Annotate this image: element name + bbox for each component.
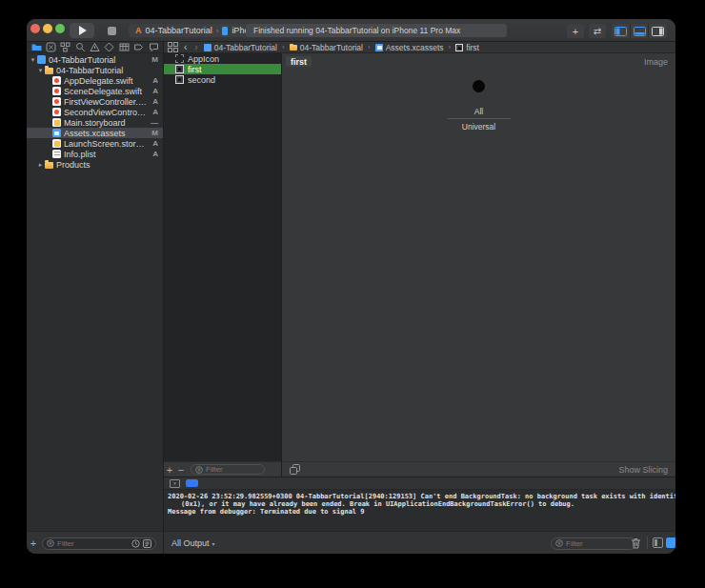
plist-file-icon xyxy=(52,150,61,158)
breadcrumb-imageset[interactable]: first xyxy=(455,43,479,52)
tree-row-file[interactable]: SceneDelegate.swift A xyxy=(27,86,163,96)
library-button[interactable]: + xyxy=(567,24,584,38)
swift-file-icon xyxy=(52,108,61,116)
tree-row-file-selected[interactable]: Assets.xcassets M xyxy=(27,128,163,138)
asset-item-first-selected[interactable]: first xyxy=(164,64,281,74)
console-bottom-bar: All Output ▾ Filter xyxy=(164,532,675,554)
disclosure-triangle-icon[interactable]: ▾ xyxy=(36,67,45,74)
file-label: 04-TabbarTutorial xyxy=(56,66,147,75)
filter-placeholder: Filter xyxy=(206,465,223,474)
console-filter-icon[interactable]: ▾ xyxy=(170,479,180,488)
console-line: Message from debugger: Terminated due to… xyxy=(168,508,675,516)
navigator-filter-field[interactable]: Filter xyxy=(42,537,156,550)
plus-icon: + xyxy=(573,26,578,37)
asset-detail-editor: first Image All Universal Show Slicing xyxy=(282,53,675,476)
tree-row-file[interactable]: FirstViewController.swift A xyxy=(27,96,163,107)
tree-row-file[interactable]: AppDelegate.swift A xyxy=(27,75,163,86)
tree-row-group[interactable]: ▸ Products xyxy=(27,159,163,170)
recents-clock-icon[interactable] xyxy=(131,539,140,548)
tree-row-file[interactable]: LaunchScreen.storyboard A xyxy=(27,138,163,149)
tab-project-navigator[interactable] xyxy=(30,42,43,52)
scm-status-badge: — xyxy=(147,118,158,127)
output-scope-selector[interactable]: All Output ▾ xyxy=(171,538,215,548)
tree-row-file[interactable]: SecondViewController.swift A xyxy=(27,107,163,117)
tab-breakpoints[interactable] xyxy=(132,42,146,52)
tree-row-project[interactable]: ▾ 04-TabbarTutorial M xyxy=(27,54,163,65)
chevron-right-icon: › xyxy=(216,27,219,35)
console-output[interactable]: 2020-02-26 23:52:29.982559+0300 04-Tabba… xyxy=(164,490,675,516)
folder-icon xyxy=(45,162,53,169)
toggle-console-view-button[interactable] xyxy=(666,537,675,548)
image-set-icon xyxy=(175,65,184,73)
zoom-window-button[interactable] xyxy=(55,24,65,33)
clear-console-trash-icon[interactable] xyxy=(631,537,641,549)
toggle-inspector-button[interactable] xyxy=(648,24,667,38)
disclosure-triangle-icon[interactable]: ▾ xyxy=(29,56,37,64)
divider xyxy=(647,537,648,549)
add-asset-button[interactable]: + xyxy=(164,464,175,476)
tab-issues[interactable] xyxy=(89,42,102,52)
editor-mode-button[interactable]: ⇄ xyxy=(589,24,606,38)
run-button[interactable] xyxy=(70,23,94,38)
folder-icon xyxy=(31,42,42,52)
tab-symbols[interactable] xyxy=(59,42,72,52)
remove-asset-button[interactable]: − xyxy=(175,464,187,476)
asset-item-appicon[interactable]: AppIcon xyxy=(164,53,281,64)
file-label: SceneDelegate.swift xyxy=(64,87,147,96)
scm-status-badge: M xyxy=(147,129,158,137)
warning-triangle-icon xyxy=(90,42,100,52)
show-slicing-button[interactable]: Show Slicing xyxy=(618,465,668,475)
copy-icon[interactable] xyxy=(290,464,300,475)
tab-find[interactable] xyxy=(73,42,87,52)
disclosure-triangle-icon[interactable]: ▸ xyxy=(36,161,45,169)
console-filter-field[interactable]: Filter xyxy=(551,537,636,550)
toggle-debug-area-button[interactable] xyxy=(630,24,649,38)
asset-filter-field[interactable]: Filter xyxy=(191,464,265,475)
toggle-navigator-button[interactable] xyxy=(612,24,630,38)
folder-icon xyxy=(45,68,53,74)
back-button[interactable]: ‹ xyxy=(182,43,189,52)
scm-status-badge: M xyxy=(147,55,158,64)
asset-item-second[interactable]: second xyxy=(164,74,281,85)
jump-bar: ‹ › 04-TabbarTutorial › 04-TabbarTutoria… xyxy=(164,42,675,53)
tab-debug[interactable] xyxy=(117,42,131,52)
scm-changes-icon[interactable] xyxy=(143,539,151,548)
xcode-window: A 04-TabbarTutorial › iPhone 11 Pro Max … xyxy=(27,19,675,554)
asset-catalog-list: AppIcon first second + − Filter xyxy=(164,53,282,476)
file-label: Info.plist xyxy=(64,150,147,159)
tree-row-file[interactable]: Info.plist A xyxy=(27,149,163,159)
tab-tests[interactable] xyxy=(103,42,116,52)
close-window-button[interactable] xyxy=(30,24,40,33)
breadcrumb-project[interactable]: 04-TabbarTutorial xyxy=(204,43,277,52)
diamond-icon xyxy=(104,42,114,52)
file-label: FirstViewController.swift xyxy=(64,97,147,107)
symbols-icon xyxy=(60,42,70,52)
forward-button[interactable]: › xyxy=(192,43,199,52)
swift-file-icon xyxy=(52,87,61,95)
chevron-right-icon: › xyxy=(448,43,453,51)
related-items-icon[interactable] xyxy=(168,42,178,52)
image-well[interactable] xyxy=(473,80,485,92)
file-label: SecondViewController.swift xyxy=(64,108,147,117)
breadcrumb-label: first xyxy=(466,43,479,52)
tab-source-control[interactable] xyxy=(44,42,57,52)
scm-status-badge: A xyxy=(147,150,158,158)
tree-row-file[interactable]: Main.storyboard — xyxy=(27,117,163,128)
stop-button[interactable] xyxy=(100,23,123,38)
add-file-button[interactable]: + xyxy=(27,537,40,549)
file-label: LaunchScreen.storyboard xyxy=(64,139,147,149)
running-process-indicator[interactable] xyxy=(186,479,198,487)
minimize-window-button[interactable] xyxy=(43,24,52,33)
tree-row-group[interactable]: ▾ 04-TabbarTutorial xyxy=(27,65,163,75)
breadcrumb-group[interactable]: 04-TabbarTutorial xyxy=(290,43,363,52)
file-label: Assets.xcassets xyxy=(64,129,147,138)
tab-reports[interactable] xyxy=(147,42,160,52)
divider xyxy=(448,118,511,119)
file-label: 04-TabbarTutorial xyxy=(49,55,147,65)
navigator-bottom-bar: + Filter xyxy=(27,532,164,554)
debug-area: ▾ 2020-02-26 23:52:29.982559+0300 04-Tab… xyxy=(164,476,675,531)
breadcrumb-assets[interactable]: Assets.xcassets xyxy=(375,43,444,52)
file-label: AppDelegate.swift xyxy=(64,76,147,86)
chevron-down-icon: ▾ xyxy=(212,540,215,547)
toggle-variables-view-button[interactable] xyxy=(653,537,663,548)
